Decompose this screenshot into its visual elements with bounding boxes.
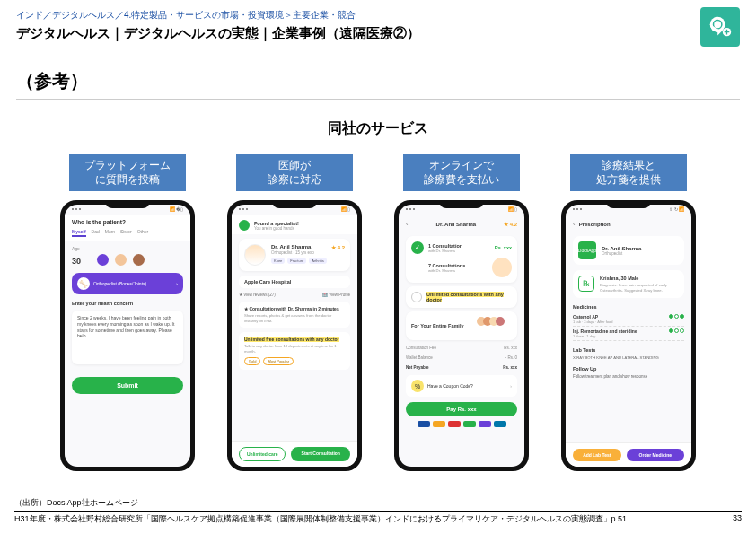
reference-heading: （参考） <box>16 69 740 93</box>
labtests-heading: Lab Tests <box>573 347 684 353</box>
page-number: 33 <box>733 513 742 525</box>
hospital-name: Apple Care Hospital <box>239 276 350 288</box>
bone-icon: 🦴 <box>77 277 90 290</box>
add-labtest-button[interactable]: Add Lab Test <box>573 449 621 461</box>
found-title: Found a specialist! <box>254 221 299 226</box>
check-icon: ✓ <box>411 241 424 254</box>
col-label-4: 診療結果と 処方箋を提供 <box>570 154 687 191</box>
medicines-heading: Medicines <box>573 304 684 310</box>
breadcrumb: インド／デジタルヘルス／4.特定製品・サービスの市場・投資環境＞主要企業・競合 <box>16 9 740 22</box>
patient-tabs: MyselfDadMomSisterOther <box>72 229 183 237</box>
phone-mockup-1: 📶 �▯ Who is the patient? MyselfDadMomSis… <box>60 200 195 471</box>
pay-button[interactable]: Pay Rs. xxx <box>406 402 517 416</box>
col-label-1: プラットフォーム に質問を投稿 <box>69 154 186 191</box>
phones-row: プラットフォーム に質問を投稿 📶 �▯ Who is the patient?… <box>16 154 740 471</box>
consult-block-2: Unlimited free consultations with any do… <box>244 337 339 342</box>
age-value: 30 <box>72 257 81 266</box>
phone-mockup-4: ⇪ ↻ 📶 ‹ Prescription DocsApp Dr. Anil Sh… <box>561 200 696 471</box>
phone-mockup-2: 📶 ▯ Found a specialist! You are in good … <box>227 200 362 471</box>
rx-icon: ℞ <box>578 276 594 292</box>
col-label-2: 医師が 診察に対応 <box>236 154 353 191</box>
health-chat-icon <box>700 7 740 47</box>
check-icon <box>239 220 250 231</box>
footer-citation: H31年度・株式会社野村総合研究所「国際ヘルスケア拠点構築促進事業（国際展開体制… <box>14 513 627 525</box>
col-label-3: オンラインで 診療費を支払い <box>403 154 520 191</box>
page-title: デジタルヘルス｜デジタルヘルスの実態｜企業事例（遠隔医療②） <box>16 25 740 42</box>
docsapp-logo: DocsApp <box>578 241 596 259</box>
unlimited-button[interactable]: Unlimited care <box>239 447 286 461</box>
percent-icon: % <box>411 380 424 392</box>
start-consult-button[interactable]: Start Consultation <box>291 447 350 461</box>
specialty-banner: 🦴 Orthopedist (Bones/Joints) › <box>72 273 183 294</box>
concern-text: Since 2 weeks, I have been feeling pain … <box>72 311 183 364</box>
doctor-mini-icon <box>492 258 512 277</box>
coupon-row[interactable]: %Have a Coupon Code?› <box>406 375 517 397</box>
back-icon[interactable]: ‹ <box>573 220 576 228</box>
payment-logos <box>406 421 517 427</box>
prescription-title: Prescription <box>579 222 611 227</box>
rating-badge: ★ 4.2 <box>331 244 345 250</box>
divider <box>16 99 740 100</box>
doctor-card: Dr. Anil Sharma ★ 4.2 Orthopedist · 15 y… <box>239 239 350 271</box>
order-medicine-button[interactable]: Order Medicine <box>627 449 684 461</box>
source-note: （出所）Docs App社ホームページ <box>14 497 138 509</box>
concern-label: Enter your health concern <box>72 301 183 306</box>
doctor-avatar <box>244 244 266 266</box>
followup-heading: Follow Up <box>573 366 684 372</box>
family-icon <box>479 317 512 335</box>
patient-question: Who is the patient? <box>72 219 183 225</box>
phone-mockup-3: 📶 ▯ ‹ Dr. Anil Sharma ★ 4.2 ✓ 1 Consulta… <box>394 200 529 471</box>
service-title: 同社のサービス <box>16 119 740 138</box>
submit-button[interactable]: Submit <box>72 377 183 394</box>
consult-block-1: ★ Consultation with Dr. Sharma in 2 minu… <box>244 306 345 311</box>
